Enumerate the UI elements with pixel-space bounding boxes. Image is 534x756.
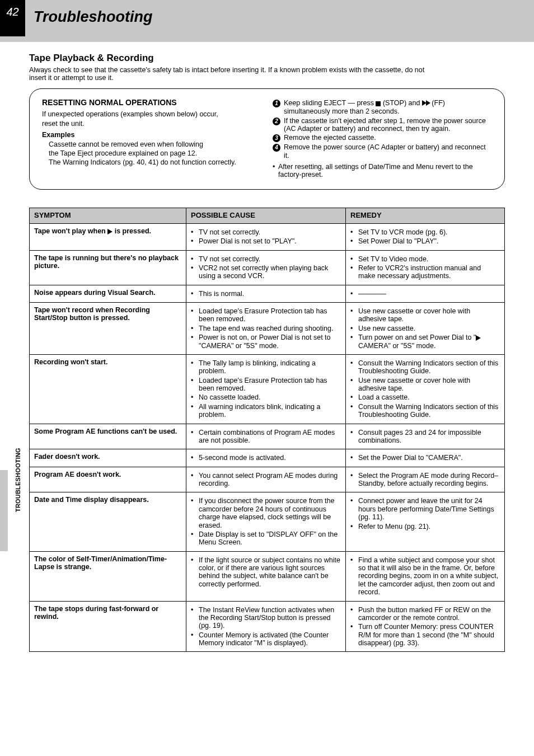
bullet-icon: [191, 228, 199, 236]
symptom-cell: Tape won't record when Recording Start/S…: [30, 303, 186, 355]
remedy-text: Set Power Dial to "PLAY".: [358, 237, 500, 245]
page-number: 42: [0, 0, 25, 36]
bullet-icon: [191, 606, 199, 630]
symptom-cell: The color of Self-Timer/Animation/Time-L…: [30, 551, 186, 601]
bullet-icon: [191, 325, 199, 332]
remedy-text: Use new cassette or cover hole with adhe…: [358, 377, 500, 393]
table-row: Recording won't start.The Tally lamp is …: [30, 354, 505, 424]
cause-text: Loaded tape's Erasure Protection tab has…: [199, 307, 341, 323]
remedy-cell: ————: [346, 285, 505, 302]
bullet-icon: [350, 377, 358, 393]
cause-text: Certain combinations of Program AE modes…: [199, 429, 341, 445]
bullet-icon: [350, 290, 358, 298]
section-heading: Tape Playback & Recording: [29, 53, 505, 64]
remedy-cell: Connect power and leave the unit for 24 …: [346, 492, 505, 551]
reset-example2: The Warning Indicators (pg. 40, 41) do n…: [49, 158, 236, 166]
cause-cell: TV not set correctly.VCR2 not set correc…: [186, 250, 346, 285]
bullet-icon: [350, 325, 358, 332]
bullet-icon: [350, 454, 358, 462]
bullet-icon: [350, 359, 358, 375]
remedy-text: Connect power and leave the unit for 24 …: [358, 497, 500, 521]
cause-cell: 5-second mode is activated.: [186, 449, 346, 467]
cause-cell: If the light source or subject contains …: [186, 551, 346, 601]
symptom-cell: Tape won't play when is pressed.: [30, 223, 186, 250]
remedy-text: Set the Power Dial to "CAMERA".: [358, 454, 500, 462]
cause-text: Counter Memory is activated (the Counter…: [199, 631, 341, 647]
reset-examples-heading: Examples: [42, 131, 261, 139]
remedy-text: Load a cassette.: [358, 393, 500, 401]
reset-panel: RESETTING NORMAL OPERATIONS If unexpecte…: [29, 88, 505, 190]
bullet-icon: [191, 359, 199, 375]
cause-text: TV not set correctly.: [199, 255, 341, 263]
bullet-icon: [191, 429, 199, 445]
col-remedy: REMEDY: [346, 208, 505, 223]
cause-cell: This is normal.: [186, 285, 346, 302]
cause-cell: Certain combinations of Program AE modes…: [186, 424, 346, 449]
bullet-icon: [350, 523, 358, 530]
bullet-icon: [350, 307, 358, 323]
fast-forward-icon: [422, 100, 430, 107]
bullet-icon: [350, 228, 358, 236]
bullet-icon: [191, 631, 199, 647]
remedy-text: Turn off Counter Memory: press COUNTER R…: [358, 623, 500, 647]
remedy-cell: Set TV to Video mode.Refer to VCR2's ins…: [346, 250, 505, 285]
reset-step1: Keep sliding EJECT — press (STOP) and (F…: [284, 99, 492, 115]
symptom-cell: Program AE doesn't work.: [30, 467, 186, 492]
bullet-icon: [350, 237, 358, 245]
symptom-cell: The tape is running but there's no playb…: [30, 250, 186, 285]
cause-cell: If you disconnect the power source from …: [186, 492, 346, 551]
reset-after-note: After resetting, all settings of Date/Ti…: [278, 163, 492, 179]
bullet-icon: [350, 606, 358, 622]
remedy-text: Refer to Menu (pg. 21).: [358, 523, 500, 530]
remedy-text: Consult the Warning Indicators section o…: [358, 359, 500, 375]
cause-text: You cannot select Program AE modes durin…: [199, 472, 341, 488]
bullet-icon: [191, 264, 199, 280]
bullet-icon: [191, 530, 199, 547]
reset-step4: Remove the power source (AC Adapter or b…: [284, 143, 492, 159]
remedy-cell: Set the Power Dial to "CAMERA".: [346, 449, 505, 467]
table-row: Tape won't play when is pressed.TV not s…: [30, 223, 505, 250]
page-title: Troubleshooting: [34, 8, 505, 26]
reset-intro-l1: If unexpected operations (examples shown…: [42, 110, 261, 118]
bullet-icon: [350, 472, 358, 488]
table-row: The tape is running but there's no playb…: [30, 250, 505, 285]
cause-text: The tape end was reached during shooting…: [199, 325, 341, 332]
side-tab-label: TROUBLESHOOTING: [15, 448, 22, 512]
bullet-icon: [350, 255, 358, 263]
cause-cell: TV not set correctly.Power Dial is not s…: [186, 223, 346, 250]
cause-text: Loaded tape's Erasure Protection tab has…: [199, 377, 341, 393]
cause-text: No cassette loaded.: [199, 393, 341, 401]
symptom-cell: Some Program AE functions can't be used.: [30, 424, 186, 449]
bullet-icon: [191, 237, 199, 245]
play-icon: [476, 335, 481, 341]
cause-text: If the light source or subject contains …: [199, 556, 341, 589]
remedy-text: ————: [358, 290, 500, 298]
reset-step2: If the cassette isn't ejected after step…: [284, 117, 492, 133]
col-symptom: SYMPTOM: [30, 208, 186, 223]
play-icon: [107, 229, 113, 234]
remedy-text: Set TV to Video mode.: [358, 255, 500, 263]
remedy-text: Consult pages 23 and 24 for impossible c…: [358, 429, 500, 445]
reset-intro-l2: reset the unit.: [42, 120, 261, 128]
remedy-cell: Set TV to VCR mode (pg. 6).Set Power Dia…: [346, 223, 505, 250]
bullet-icon: [273, 163, 278, 179]
reset-example1: Cassette cannot be removed even when fol…: [49, 140, 203, 148]
cause-text: Power Dial is not set to "PLAY".: [199, 237, 341, 245]
remedy-text: Consult the Warning Indicators section o…: [358, 403, 500, 419]
cause-text: TV not set correctly.: [199, 228, 341, 236]
cause-cell: You cannot select Program AE modes durin…: [186, 467, 346, 492]
remedy-text: Turn power on and set Power Dial to "CAM…: [358, 334, 500, 350]
cause-text: If you disconnect the power source from …: [199, 497, 341, 529]
section-lead: Always check to see that the cassette's …: [29, 66, 432, 82]
troubleshooting-table: SYMPTOM POSSIBLE CAUSE REMEDY Tape won't…: [29, 208, 505, 652]
remedy-cell: Use new cassette or cover hole with adhe…: [346, 303, 505, 355]
step-badge-2: 2: [273, 118, 280, 125]
bullet-icon: [350, 556, 358, 597]
step-badge-3: 3: [273, 134, 280, 142]
table-row: Tape won't record when Recording Start/S…: [30, 303, 505, 355]
bullet-icon: [191, 377, 199, 393]
remedy-text: Refer to VCR2's instruction manual and m…: [358, 264, 500, 280]
remedy-cell: Consult pages 23 and 24 for impossible c…: [346, 424, 505, 449]
table-row: Date and Time display disappears.If you …: [30, 492, 505, 551]
table-row: Some Program AE functions can't be used.…: [30, 424, 505, 449]
